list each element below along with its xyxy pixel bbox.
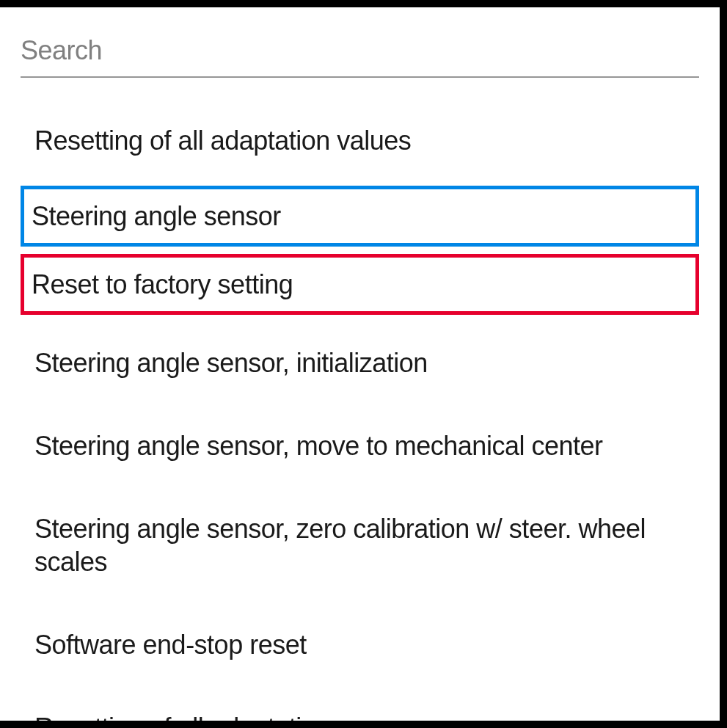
list-item-label: Software end-stop reset (34, 630, 307, 660)
list-item-label: Resetting of all adaptation values (34, 125, 411, 156)
list-item-resetting-adaptation-values[interactable]: Resetting of all adaptation values (21, 106, 699, 175)
list-item-resetting-all-adaptations[interactable]: Resetting of all adaptations (21, 693, 699, 728)
list-item-label: Resetting of all adaptations (34, 713, 343, 728)
list-item-steering-initialization[interactable]: Steering angle sensor, initialization (21, 328, 699, 398)
main-container: Resetting of all adaptation values Steer… (0, 7, 720, 728)
list-item-label: Reset to factory setting (32, 269, 293, 299)
list-item-steering-zero-calibration[interactable]: Steering angle sensor, zero calibration … (21, 494, 699, 597)
list-item-label: Steering angle sensor, zero calibration … (34, 514, 646, 577)
options-list: Resetting of all adaptation values Steer… (21, 106, 699, 728)
list-item-label: Steering angle sensor, move to mechanica… (34, 431, 602, 461)
list-item-label: Steering angle sensor (32, 201, 281, 231)
list-item-label: Steering angle sensor, initialization (34, 348, 428, 378)
list-item-steering-mechanical-center[interactable]: Steering angle sensor, move to mechanica… (21, 411, 699, 481)
search-input[interactable] (21, 28, 699, 78)
list-item-steering-angle-sensor[interactable]: Steering angle sensor (21, 186, 699, 247)
list-item-reset-factory-setting[interactable]: Reset to factory setting (21, 254, 699, 315)
list-item-software-end-stop-reset[interactable]: Software end-stop reset (21, 610, 699, 680)
